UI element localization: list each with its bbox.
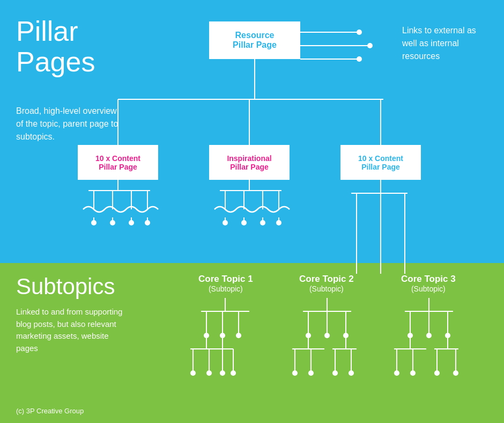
core-topic-3: Core Topic 3 (Subtopic)	[401, 274, 456, 293]
svg-point-100	[410, 370, 416, 376]
core-topic-3-label: Core Topic 3	[401, 274, 456, 285]
content-pillar-left: 10 x ContentPillar Page	[78, 145, 158, 180]
top-section: PillarPages Broad, high-level overview o…	[0, 0, 504, 263]
svg-point-33	[260, 220, 265, 225]
resource-pillar-box: ResourcePillar Page	[209, 21, 300, 59]
svg-point-88	[308, 370, 314, 376]
svg-point-3	[367, 43, 373, 48]
svg-point-5	[357, 56, 362, 62]
pillar-title: PillarPages	[16, 16, 95, 77]
svg-point-57	[306, 333, 311, 338]
svg-point-32	[241, 220, 247, 225]
svg-point-105	[434, 370, 440, 376]
core-topic-1-label: Core Topic 1	[198, 274, 253, 285]
svg-point-69	[426, 333, 432, 338]
svg-point-76	[206, 370, 212, 376]
svg-point-68	[407, 333, 413, 338]
svg-point-81	[220, 370, 225, 376]
svg-point-75	[190, 370, 196, 376]
svg-point-93	[332, 370, 338, 376]
svg-point-87	[292, 370, 298, 376]
subtopics-description: Linked to and from supporting blog posts…	[16, 306, 129, 354]
subtopics-title: Subtopics	[16, 274, 115, 300]
core-topic-2-label: Core Topic 2	[299, 274, 354, 285]
content-pillar-right: 10 x ContentPillar Page	[340, 145, 421, 180]
bottom-section: Subtopics Linked to and from supporting …	[0, 263, 504, 423]
svg-point-59	[343, 333, 349, 338]
copyright: (c) 3P Creative Group	[16, 407, 84, 415]
svg-point-94	[349, 370, 354, 376]
svg-point-19	[129, 220, 134, 225]
svg-point-49	[204, 333, 209, 338]
svg-point-50	[220, 333, 225, 338]
core-topic-3-sub: (Subtopic)	[401, 285, 456, 293]
svg-point-20	[145, 220, 150, 225]
external-links-text: Links to external as well as internal re…	[402, 24, 488, 63]
svg-point-58	[324, 333, 330, 338]
svg-point-82	[231, 370, 236, 376]
svg-point-1	[357, 30, 362, 35]
svg-point-51	[236, 333, 241, 338]
svg-point-70	[445, 333, 450, 338]
svg-point-99	[394, 370, 399, 376]
core-topic-2: Core Topic 2 (Subtopic)	[299, 274, 354, 293]
svg-point-106	[453, 370, 458, 376]
core-topic-1-sub: (Subtopic)	[198, 285, 253, 293]
pillar-description: Broad, high-level overview of the topic,…	[16, 105, 123, 143]
core-topic-1: Core Topic 1 (Subtopic)	[198, 274, 253, 293]
svg-point-31	[223, 220, 228, 225]
svg-point-18	[110, 220, 115, 225]
core-topic-2-sub: (Subtopic)	[299, 285, 354, 293]
inspirational-pillar: InspirationalPillar Page	[209, 145, 290, 180]
svg-point-17	[91, 220, 97, 225]
svg-point-34	[276, 220, 281, 225]
